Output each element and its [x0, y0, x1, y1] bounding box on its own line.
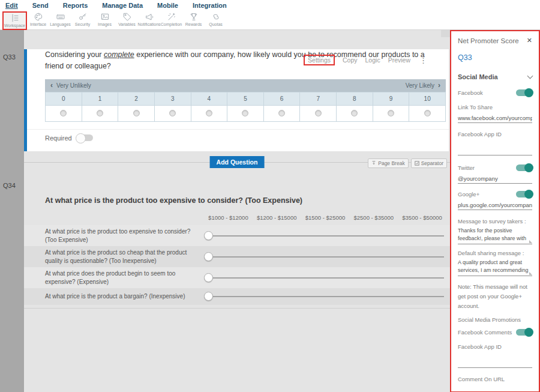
menu-integration[interactable]: Integration — [193, 2, 227, 9]
toolbar-item-label: Workspace — [4, 23, 25, 28]
toolbar-item-rewards[interactable]: Rewards — [182, 11, 205, 26]
slider-track[interactable] — [209, 256, 444, 258]
nps-radio-10[interactable] — [424, 110, 431, 116]
default-sharing-message-textarea[interactable]: A quality product and great services, I … — [458, 259, 532, 276]
toolbar-item-interface[interactable]: Interface — [27, 11, 49, 26]
nps-radio-8[interactable] — [351, 110, 358, 116]
slider-track[interactable] — [209, 277, 444, 279]
default-sharing-message-label: Default sharing message : — [458, 250, 532, 256]
slider-handle[interactable] — [204, 231, 213, 240]
price-slider — [204, 231, 446, 241]
twitter-handle-input[interactable] — [458, 174, 532, 184]
resize-grip-icon[interactable] — [529, 240, 532, 243]
nps-radio-row — [45, 106, 446, 122]
toolbar-item-label: Quotas — [209, 22, 223, 26]
toolbar-item-security[interactable]: Security — [71, 11, 94, 26]
preview-button[interactable]: Preview — [388, 56, 410, 64]
more-options-icon[interactable]: ⋮ — [419, 56, 427, 65]
menu-send[interactable]: Send — [32, 2, 49, 9]
copy-button[interactable]: Copy — [343, 56, 358, 64]
quotas-icon — [211, 12, 221, 22]
nps-radio-7[interactable] — [315, 110, 322, 116]
twitter-toggle[interactable] — [516, 164, 532, 171]
chevron-down-icon — [527, 73, 533, 79]
survey-editor-canvas: Settings Copy Logic Preview ⋮ Considerin… — [24, 30, 450, 392]
notifications-icon — [145, 12, 154, 22]
completion-icon — [167, 12, 176, 22]
separator-button[interactable]: Separator — [411, 158, 447, 168]
social-media-section-header[interactable]: Social Media — [458, 73, 532, 80]
q34-question-title: At what price is the product too expensi… — [24, 196, 450, 205]
scroll-right-icon[interactable]: › — [438, 81, 440, 89]
toolbar-item-completion[interactable]: Completion — [160, 11, 182, 26]
menu-edit[interactable]: Edit — [5, 2, 18, 9]
link-to-share-label: Link To Share — [458, 104, 532, 110]
vertical-scrollbar-thumb[interactable] — [441, 30, 450, 37]
page-break-button[interactable]: Page Break — [368, 158, 408, 168]
price-slider — [204, 292, 446, 301]
nps-radio-3[interactable] — [169, 110, 176, 116]
toolbar-item-images[interactable]: Images — [94, 11, 116, 26]
slider-track[interactable] — [209, 296, 444, 297]
slider-handle[interactable] — [204, 252, 213, 261]
images-icon — [100, 12, 110, 22]
separator-icon — [415, 161, 419, 166]
close-icon[interactable]: ✕ — [527, 37, 532, 44]
price-slider — [204, 252, 446, 262]
slider-row: At what price is the product too expensi… — [24, 225, 450, 246]
nps-radio-5[interactable] — [242, 110, 248, 116]
security-icon — [78, 12, 88, 22]
slider-handle[interactable] — [204, 292, 213, 301]
interface-icon — [34, 12, 43, 22]
toolbar-item-label: Notifications — [137, 22, 160, 26]
nps-radio-4[interactable] — [206, 110, 212, 116]
slider-row-label: At what price is the product a bargain? … — [45, 290, 200, 303]
slider-track[interactable] — [209, 235, 444, 237]
nps-number: 2 — [118, 92, 155, 106]
facebook-app-id-2-input[interactable] — [458, 358, 532, 368]
menu-manage-data[interactable]: Manage Data — [102, 2, 143, 9]
nps-radio-0[interactable] — [60, 110, 67, 116]
google-plus-url-input[interactable] — [458, 201, 532, 210]
panel-title: Net Promoter Score — [458, 37, 519, 44]
q33-text-emphasis: complete — [104, 50, 134, 59]
q33-link[interactable]: Q33 — [458, 53, 532, 62]
nps-scale: ‹ Very Unlikely Very Likely › 0 1 2 3 4 … — [45, 79, 446, 122]
required-toggle[interactable] — [77, 134, 93, 141]
toolbar-item-languages[interactable]: Languages — [49, 11, 71, 26]
variables-icon — [122, 12, 132, 22]
toolbar-item-workspace[interactable]: Workspace — [2, 11, 27, 30]
nps-radio-6[interactable] — [278, 110, 285, 116]
divider — [27, 129, 449, 130]
edit-toolbar: Workspace Interface Languages Security I… — [0, 10, 540, 29]
google-plus-toggle[interactable] — [516, 191, 532, 198]
facebook-label: Facebook — [458, 89, 483, 96]
toolbar-item-notifications[interactable]: Notifications — [138, 11, 160, 26]
required-label: Required — [45, 134, 72, 142]
nps-radio-1[interactable] — [97, 110, 103, 116]
scroll-left-icon[interactable]: ‹ — [50, 81, 53, 89]
slider-row: At what price is the product so cheap th… — [24, 246, 450, 267]
facebook-toggle[interactable] — [516, 89, 532, 96]
toolbar-item-quotas[interactable]: Quotas — [205, 11, 227, 26]
add-question-button[interactable]: Add Question — [210, 156, 265, 168]
settings-button[interactable]: Settings — [304, 55, 335, 65]
nps-radio-2[interactable] — [133, 110, 140, 116]
facebook-comments-toggle[interactable] — [516, 329, 532, 336]
menu-mobile[interactable]: Mobile — [157, 2, 178, 9]
facebook-app-id-input[interactable] — [458, 146, 532, 155]
rewards-icon — [189, 12, 199, 22]
facebook-comments-label: Facebook Comments — [458, 329, 512, 336]
add-question-strip: Add Question Page Break Separator — [24, 151, 450, 173]
nps-number-row: 0 1 2 3 4 5 6 7 8 9 10 — [45, 92, 446, 106]
menu-reports[interactable]: Reports — [63, 2, 88, 9]
resize-grip-icon[interactable] — [529, 272, 532, 275]
toolbar-item-variables[interactable]: Variables — [116, 11, 138, 26]
logic-button[interactable]: Logic — [365, 56, 380, 64]
message-to-survey-takers-textarea[interactable]: Thanks for the positive feedback!, pleas… — [458, 227, 532, 244]
link-to-share-input[interactable] — [458, 113, 532, 123]
nps-radio-9[interactable] — [388, 110, 394, 116]
slider-handle[interactable] — [204, 273, 213, 282]
nps-left-anchor: Very Unlikely — [56, 82, 91, 89]
nps-number: 8 — [337, 92, 373, 106]
